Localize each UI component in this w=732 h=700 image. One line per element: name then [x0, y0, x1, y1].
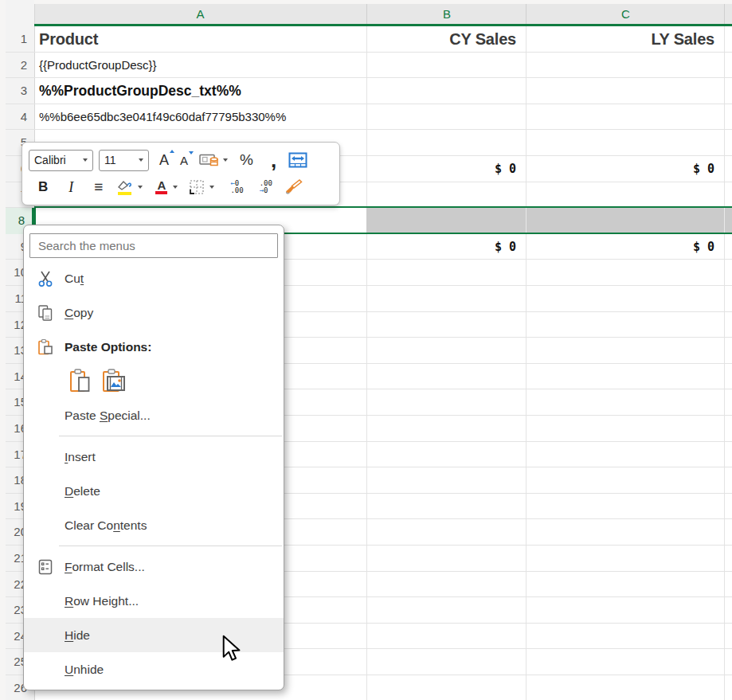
- cell-A2[interactable]: {{ProductGroupDesc}}: [39, 53, 157, 79]
- menu-item-format-cells[interactable]: Format Cells...: [24, 549, 284, 584]
- font-color-icon: A: [157, 180, 166, 190]
- paste-button[interactable]: [67, 367, 94, 396]
- bold-icon: B: [38, 179, 48, 195]
- menu-separator: [59, 546, 282, 546]
- menu-item-clear-contents[interactable]: Clear Contents: [24, 508, 284, 542]
- left-gutter: [0, 0, 6, 700]
- percent-icon: %: [240, 151, 253, 169]
- autofit-column-width-button[interactable]: [285, 148, 311, 172]
- font-color-button[interactable]: A: [151, 175, 181, 199]
- chevron-down-icon: [223, 158, 228, 162]
- autofit-column-width-icon: [288, 152, 307, 168]
- font-size-value: 11: [104, 154, 116, 166]
- font-size-combo[interactable]: 11: [99, 150, 149, 171]
- paste-clipboard-icon: [69, 368, 92, 395]
- accounting-number-format-button[interactable]: [196, 148, 231, 172]
- mini-toolbar: Calibri 11 A A: [22, 142, 340, 205]
- accounting-number-format-icon: [199, 152, 220, 168]
- menu-item-cut[interactable]: Cut: [24, 261, 284, 295]
- menu-item-row-height[interactable]: Row Height...: [24, 584, 284, 618]
- decrease-font-size-icon: A: [180, 154, 188, 167]
- decrease-font-size-button[interactable]: A: [177, 148, 191, 172]
- cell-C9[interactable]: $ 0: [526, 234, 719, 260]
- format-painter-button[interactable]: [280, 175, 306, 199]
- column-header-A[interactable]: A: [34, 4, 366, 24]
- cell-A1[interactable]: Product: [39, 26, 98, 53]
- gridline-a-b: [366, 26, 367, 700]
- selection-gridline: [724, 208, 725, 233]
- fill-color-button[interactable]: [112, 175, 146, 199]
- excel-window: A B C 1234567891011121314151617181920212…: [0, 0, 732, 700]
- menu-item-copy[interactable]: Copy: [24, 295, 284, 330]
- borders-icon: [189, 179, 205, 195]
- paste-options-row: [24, 364, 284, 398]
- context-menu: Cut Copy Paste Options:: [23, 225, 284, 690]
- menu-item-unhide[interactable]: Unhide: [24, 652, 284, 686]
- selection-gridline: [526, 208, 526, 233]
- align-icon: ≡: [94, 178, 102, 196]
- cell-A4[interactable]: %%b6ee65dbc3e041f49c60daf77795b330%%: [39, 104, 286, 131]
- menu-item-hide[interactable]: Hide: [24, 618, 284, 652]
- menu-item-paste-special[interactable]: Paste Special...: [24, 398, 284, 432]
- fill-color-swatch: [118, 192, 131, 195]
- cell-B9[interactable]: $ 0: [366, 234, 521, 260]
- mouse-cursor: [220, 635, 242, 663]
- column-header-D-sliver[interactable]: [724, 4, 732, 24]
- font-color-swatch: [155, 191, 167, 194]
- menu-separator: [59, 436, 282, 436]
- row-header-1[interactable]: 1: [6, 26, 34, 53]
- italic-button[interactable]: I: [57, 175, 84, 199]
- search-input[interactable]: [29, 233, 278, 258]
- font-name-combo[interactable]: Calibri: [29, 150, 93, 171]
- chevron-down-icon: [173, 186, 178, 189]
- menu-item-insert[interactable]: Insert: [24, 440, 284, 474]
- row-header-4[interactable]: 4: [6, 104, 34, 131]
- paste-options-icon: [37, 338, 54, 356]
- increase-decimal-button[interactable]: ←A0 .00: [222, 175, 251, 199]
- italic-icon: I: [69, 179, 73, 196]
- cell-A3[interactable]: %%ProductGroupDesc_txt%%: [39, 78, 241, 104]
- cell-B1[interactable]: CY Sales: [366, 26, 521, 53]
- copy-icon: [37, 304, 54, 322]
- format-cells-icon: [37, 558, 54, 576]
- format-painter-icon: [284, 178, 303, 196]
- column-header-B[interactable]: B: [366, 4, 526, 24]
- cut-icon: [37, 270, 54, 287]
- bold-button[interactable]: B: [29, 175, 57, 199]
- increase-decimal-icon: ←A0 .00: [230, 180, 243, 194]
- row-header-2[interactable]: 2: [6, 53, 34, 79]
- column-header-selection-underline: [34, 24, 732, 26]
- increase-font-size-icon: A: [159, 152, 169, 169]
- cell-C1[interactable]: LY Sales: [526, 26, 719, 53]
- column-header-C[interactable]: C: [526, 4, 725, 24]
- decrease-decimal-icon: .00 →0: [260, 180, 272, 194]
- fill-color-icon: [116, 180, 132, 191]
- decrease-decimal-button[interactable]: .00 →0: [252, 175, 280, 199]
- menu-item-paste-options: Paste Options:: [24, 330, 284, 364]
- percent-style-button[interactable]: %: [231, 148, 262, 172]
- paste-picture-button[interactable]: [101, 367, 128, 396]
- row-header-3[interactable]: 3: [6, 78, 34, 104]
- selection-border-top: [34, 206, 732, 208]
- chevron-down-icon: [139, 158, 143, 162]
- gridline-b-c: [526, 26, 526, 700]
- chevron-down-icon: [138, 186, 143, 189]
- increase-font-size-button[interactable]: A: [156, 148, 172, 172]
- cell-C6[interactable]: $ 0: [526, 156, 719, 182]
- comma-icon: ,: [271, 156, 276, 164]
- menu-item-delete[interactable]: Delete: [24, 474, 284, 508]
- comma-style-button[interactable]: ,: [262, 148, 285, 172]
- cell-B6[interactable]: $ 0: [366, 156, 521, 182]
- align-button[interactable]: ≡: [84, 175, 112, 199]
- chevron-down-icon: [83, 158, 88, 162]
- gridline-c-d: [724, 26, 725, 700]
- font-name-value: Calibri: [34, 154, 66, 166]
- borders-button[interactable]: [186, 175, 217, 199]
- selected-row-fill[interactable]: [366, 208, 732, 233]
- paste-picture-icon: [101, 368, 128, 395]
- chevron-down-icon: [209, 186, 214, 189]
